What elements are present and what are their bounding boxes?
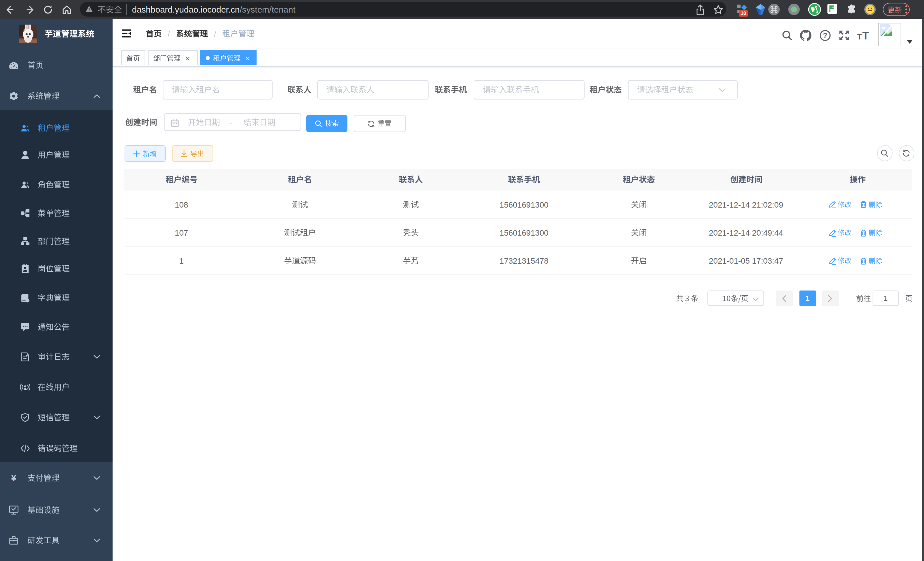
- svg-text:T: T: [857, 32, 862, 40]
- svg-text:T: T: [862, 30, 869, 40]
- svg-text:?: ?: [823, 31, 827, 39]
- svg-text:¥: ¥: [11, 473, 16, 483]
